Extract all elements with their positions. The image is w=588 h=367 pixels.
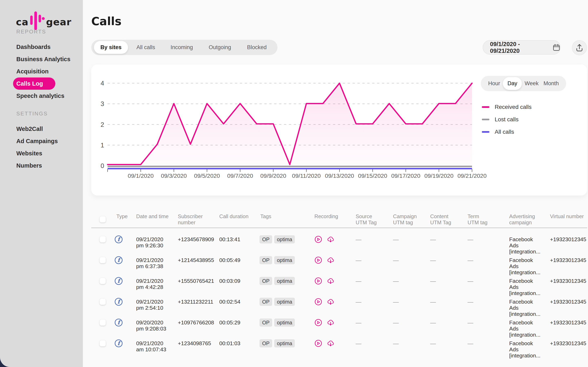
svg-text:09/21/2020: 09/21/2020 <box>458 173 487 179</box>
col-header-subscriber: Subscriber number <box>174 211 215 227</box>
date-range-value: 09/1/2020 - 09/21/2020 <box>490 41 549 54</box>
svg-text:f: f <box>117 319 121 325</box>
col-header-utm-source: Source UTM Tag <box>348 211 385 227</box>
granularity-hour[interactable]: Hour <box>488 80 500 87</box>
svg-text:09/17/2020: 09/17/2020 <box>391 173 420 179</box>
svg-text:09/7/2020: 09/7/2020 <box>227 173 253 179</box>
col-header-datetime: Date and time <box>132 211 174 227</box>
legend-label: All calls <box>495 129 514 135</box>
tag-chip: OP <box>259 235 272 243</box>
download-recording-button[interactable] <box>327 340 335 359</box>
col-header-utm-campaign: Campaign UTM tag <box>385 211 422 227</box>
facebook-icon: f <box>114 318 123 328</box>
facebook-icon: f <box>114 256 123 265</box>
granularity-switcher: Hour Day Week Month <box>481 76 566 91</box>
sidebar-item-dashboards[interactable]: Dashboards <box>16 41 83 53</box>
tag-chip: OP <box>259 298 272 306</box>
legend-swatch <box>482 106 489 108</box>
cell-utm-content: — <box>422 332 459 359</box>
svg-text:1: 1 <box>101 142 104 149</box>
facebook-icon: f <box>114 298 123 307</box>
table-header-row: Type Date and time Subscriber number Cal… <box>91 211 587 228</box>
sidebar: ca gear REPORTS Dashboards Business Anal… <box>0 0 83 367</box>
logo-text-suffix: gear <box>46 16 71 27</box>
legend-all-calls[interactable]: All calls <box>482 125 532 138</box>
cell-virtual-number: +19323012345 <box>542 332 587 359</box>
export-button[interactable] <box>572 40 587 55</box>
legend-lost-calls[interactable]: Lost calls <box>482 113 532 125</box>
svg-text:09/3/2020: 09/3/2020 <box>161 173 187 179</box>
sidebar-item-calls-log[interactable]: Calls Log <box>13 77 55 90</box>
tag-chip: OP <box>259 277 272 285</box>
table-row: f 09/20/2020 pm 9:208:03 +10976766208 00… <box>91 311 587 332</box>
row-checkbox[interactable] <box>100 340 106 346</box>
sidebar-item-web2call[interactable]: Web2Call <box>16 123 83 135</box>
tag-chip: optima <box>274 256 295 264</box>
col-header-ad-campaign: Advertising campaign <box>501 211 542 227</box>
row-checkbox[interactable] <box>100 299 106 305</box>
legend-label: Lost calls <box>495 116 519 123</box>
table-row: f 09/21/2020 pm 4:42:28 +15550765421 00:… <box>91 270 587 291</box>
row-checkbox[interactable] <box>100 236 106 242</box>
svg-text:0: 0 <box>101 162 104 169</box>
sidebar-item-acquisition[interactable]: Acquisition <box>16 65 83 77</box>
svg-text:09/11/2020: 09/11/2020 <box>292 173 321 179</box>
tag-chip: OP <box>259 318 272 327</box>
play-recording-button[interactable] <box>314 340 322 359</box>
page-title: Calls <box>91 15 121 28</box>
sidebar-nav: REPORTS Dashboards Business Analytics Ac… <box>0 29 83 172</box>
tab-outgoing[interactable]: Outgoing <box>209 40 231 55</box>
svg-text:f: f <box>117 340 121 346</box>
svg-text:4: 4 <box>101 80 104 87</box>
facebook-icon: f <box>114 339 123 349</box>
tag-chip: OP <box>259 256 272 264</box>
tab-blocked[interactable]: Blocked <box>247 40 267 55</box>
logo-text-prefix: ca <box>16 16 29 27</box>
tag-chip: optima <box>274 235 295 243</box>
calls-filter-tabs: By sites All calls Incoming Outgoing Blo… <box>91 40 277 55</box>
col-header-utm-content: Content UTM Tag <box>422 211 459 227</box>
svg-text:09/9/2020: 09/9/2020 <box>260 173 286 179</box>
cell-recording <box>309 332 348 359</box>
sidebar-item-speech-analytics[interactable]: Speech analytics <box>16 90 83 102</box>
cell-subscriber-number: +1234098765 <box>174 332 215 359</box>
tag-chip: optima <box>274 318 295 327</box>
svg-text:f: f <box>117 257 121 263</box>
tag-chip: OP <box>259 339 272 347</box>
row-checkbox[interactable] <box>100 319 106 325</box>
cell-tags: OP optima <box>255 332 309 359</box>
cell-call-duration: 00:01:03 <box>215 332 255 359</box>
calls-chart-card: 0123409/1/202009/3/202009/5/202009/7/202… <box>91 64 587 196</box>
tag-chip: optima <box>274 298 295 306</box>
calendar-icon <box>553 44 560 51</box>
row-checkbox[interactable] <box>100 257 106 263</box>
section-label-reports: REPORTS <box>16 29 83 35</box>
tab-by-sites[interactable]: By sites <box>94 41 128 54</box>
main-content: Calls By sites All calls Incoming Outgoi… <box>83 0 588 367</box>
cell-datetime: 09/21/2020 am 10:07:43 <box>132 332 174 359</box>
cell-utm-term: — <box>459 332 501 359</box>
sidebar-item-business-analytics[interactable]: Business Analytics <box>16 53 83 65</box>
cell-utm-source: — <box>348 332 385 359</box>
col-header-duration: Call duration <box>215 211 255 227</box>
date-range-picker[interactable]: 09/1/2020 - 09/21/2020 <box>483 40 561 55</box>
legend-received-calls[interactable]: Received calls <box>482 101 532 113</box>
tab-all-calls[interactable]: All calls <box>136 40 155 55</box>
select-all-checkbox[interactable] <box>100 216 106 222</box>
svg-text:09/5/2020: 09/5/2020 <box>194 173 220 179</box>
granularity-month[interactable]: Month <box>544 80 559 87</box>
tag-chip: optima <box>274 277 295 285</box>
export-icon <box>576 44 583 52</box>
sidebar-item-websites[interactable]: Websites <box>16 147 83 159</box>
svg-text:f: f <box>117 278 121 284</box>
tab-incoming[interactable]: Incoming <box>171 40 193 55</box>
svg-text:f: f <box>117 236 121 242</box>
granularity-week[interactable]: Week <box>525 80 539 87</box>
legend-swatch <box>482 131 489 133</box>
col-header-tags: Tags <box>255 211 309 227</box>
table-row: f 09/21/2020 pm 6:37:38 +12145438955 00:… <box>91 249 587 270</box>
sidebar-item-numbers[interactable]: Numbers <box>16 159 83 172</box>
granularity-day[interactable]: Day <box>503 77 522 90</box>
sidebar-item-ad-campaings[interactable]: Ad Campaings <box>16 135 83 147</box>
row-checkbox[interactable] <box>100 278 106 284</box>
